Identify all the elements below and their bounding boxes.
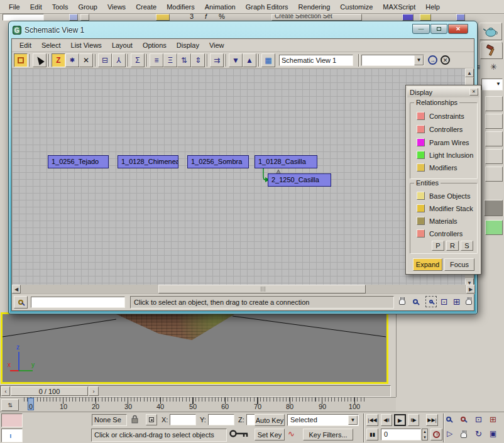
sv-menu-options[interactable]: Options (138, 40, 172, 50)
x-coord-field[interactable] (170, 414, 196, 425)
rollout-fragment[interactable] (485, 114, 503, 129)
maximize-button[interactable] (430, 24, 447, 34)
sv-menu-view[interactable]: View (204, 40, 229, 50)
panel-dropdown[interactable]: ▼ (481, 79, 503, 90)
modifiers-swatch[interactable] (417, 163, 425, 172)
menu-maxscript[interactable]: MAXScript (378, 2, 420, 12)
gear-icon[interactable]: ✳ (490, 62, 497, 72)
next-bookmark-icon[interactable]: → (428, 55, 437, 65)
scroll-up-arrow[interactable]: ▲ (465, 68, 474, 77)
key-filters-button[interactable]: Key Filters... (303, 429, 353, 440)
menu-views[interactable]: Views (102, 2, 131, 12)
key-mode-toggle-button[interactable]: ▮▮ (366, 429, 378, 440)
menu-help[interactable]: Help (420, 2, 445, 12)
time-configuration-button[interactable] (430, 429, 442, 440)
connect-tool-button[interactable]: Z (52, 53, 65, 67)
find-button[interactable] (14, 296, 28, 309)
sv-menu-edit[interactable]: Edit (14, 40, 36, 50)
time-slider-track[interactable]: ‹ 0 / 100 › (0, 385, 391, 397)
menu-animation[interactable]: Animation (200, 2, 241, 12)
arc-rotate-button[interactable]: ↻ (475, 429, 482, 439)
focus-button[interactable]: Focus (444, 258, 474, 271)
find-input[interactable] (31, 297, 125, 308)
selection-lock-button[interactable] (131, 415, 140, 425)
display-floater-toggle-button[interactable] (14, 53, 28, 67)
free-selected-button[interactable]: ⇕ (191, 53, 205, 67)
menu-file[interactable]: File (4, 2, 25, 12)
minimize-button[interactable]: — (412, 24, 430, 34)
utilities-tab[interactable] (480, 41, 503, 59)
rollout-fragment[interactable] (485, 149, 503, 164)
unlink-button[interactable]: ✱ (65, 53, 79, 67)
sv-pan-button[interactable] (399, 298, 405, 306)
entity-controllers-swatch[interactable] (417, 229, 425, 238)
key-mode-curve-icon[interactable]: ∿ (288, 429, 295, 439)
hierarchy-mode-button[interactable]: ⊟ (98, 53, 112, 67)
frame-spinner[interactable]: ▲▼ (422, 429, 428, 440)
sv-region-zoom-button[interactable] (425, 296, 437, 307)
scale-button[interactable]: S (461, 241, 473, 251)
maxscript-listener-field[interactable] (1, 429, 23, 442)
scroll-left-arrow[interactable]: ◀ (12, 285, 21, 293)
time-slider-prev-button[interactable]: ‹ (1, 386, 10, 396)
expand-button[interactable]: Expand (413, 258, 442, 271)
auto-key-button[interactable]: Auto Key (255, 414, 285, 426)
chevron-down-icon[interactable]: ▼ (414, 55, 424, 65)
window-titlebar[interactable]: G Schematic View 1 (13, 24, 402, 36)
maximize-viewport-button[interactable]: ▣ (490, 429, 496, 438)
floater-close-button[interactable]: ✕ (469, 88, 478, 96)
zoom-button[interactable] (446, 415, 458, 427)
sv-menu-layout[interactable]: Layout (107, 40, 138, 50)
zoom-all-button[interactable] (461, 415, 473, 427)
menu-modifiers[interactable]: Modifiers (162, 2, 200, 12)
key-filter-dropdown[interactable]: Selected ▼ (287, 414, 359, 426)
go-to-start-button[interactable]: |◀◀ (366, 414, 378, 426)
schematic-canvas[interactable]: 1_0256_Tejado 1_0128_Chimenea 1_0256_Som… (12, 68, 468, 287)
rollout-fragment-green[interactable] (485, 220, 503, 235)
schematic-node[interactable]: 1_0128_Chimenea (118, 155, 178, 168)
render-teapot-button[interactable] (479, 23, 502, 40)
macro-recorder-swatch[interactable] (1, 413, 23, 427)
move-children-button[interactable]: ⇉ (210, 53, 224, 67)
schematic-node[interactable]: 2_1250_Casilla (268, 173, 331, 187)
reference-mode-button[interactable]: ⅄ (112, 53, 126, 67)
menu-create[interactable]: Create (131, 2, 162, 12)
previous-frame-button[interactable]: ◀‖ (381, 414, 392, 426)
absolute-offset-toggle[interactable] (146, 414, 157, 425)
chevron-down-icon[interactable]: ▼ (348, 415, 358, 425)
next-frame-button[interactable]: ‖▶ (408, 414, 419, 426)
close-button[interactable]: ✕ (448, 24, 468, 34)
arrange-children-button[interactable]: ≡ (150, 53, 163, 67)
scroll-right-arrow[interactable]: ▶ (466, 285, 475, 293)
y-coord-field[interactable] (208, 414, 234, 425)
bookmark-dropdown[interactable]: ▼ (361, 55, 424, 66)
track-bar-ruler[interactable]: 0 10 20 30 40 50 60 70 80 90 100 (20, 397, 393, 412)
menu-edit[interactable]: Edit (25, 2, 47, 12)
zoom-extents-all-button[interactable]: ⊞ (490, 415, 496, 424)
sv-menu-select[interactable]: Select (36, 40, 66, 50)
unshrink-selected-button[interactable]: ▲ (243, 53, 256, 67)
current-frame-field[interactable]: 0 (381, 429, 421, 440)
motion-icon[interactable]: f (205, 14, 207, 20)
pan-button[interactable] (461, 432, 467, 439)
arrange-selected-button[interactable]: Ξ (163, 53, 177, 67)
rollout-fragment[interactable] (485, 96, 503, 111)
modifier-stack-swatch[interactable] (417, 204, 425, 212)
set-key-big-button[interactable] (229, 427, 250, 442)
controllers-swatch[interactable] (417, 125, 425, 133)
curve-editor-icon[interactable]: 3 (190, 14, 194, 20)
time-slider-next-button[interactable]: › (89, 386, 99, 396)
position-button[interactable]: P (432, 241, 444, 251)
sv-zoom-button[interactable] (413, 298, 418, 305)
light-inclusion-swatch[interactable] (417, 151, 425, 159)
field-of-view-button[interactable]: ▷ (447, 429, 452, 438)
delete-bookmark-icon[interactable]: ✕ (441, 55, 450, 65)
horizontal-scroll-thumb[interactable] (158, 285, 366, 293)
param-wires-swatch[interactable] (417, 138, 425, 146)
menu-graph-editors[interactable]: Graph Editors (241, 2, 293, 12)
free-all-button[interactable]: ⇅ (177, 53, 191, 67)
menu-rendering[interactable]: Rendering (293, 2, 336, 12)
constraints-swatch[interactable] (417, 112, 425, 120)
sv-menu-display[interactable]: Display (172, 40, 204, 50)
select-tool-button[interactable] (33, 53, 47, 67)
